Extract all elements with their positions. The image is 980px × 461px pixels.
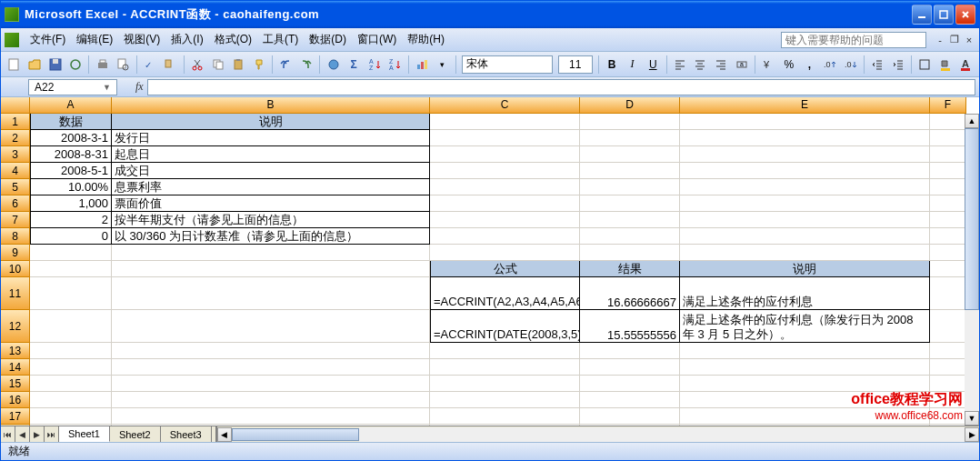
align-left-button[interactable]	[670, 55, 689, 75]
cell[interactable]	[680, 392, 930, 408]
cell[interactable]: 说明	[680, 261, 930, 277]
row-header[interactable]: 13	[1, 343, 30, 359]
tab-nav-next-button[interactable]: ▶	[30, 426, 45, 442]
cell[interactable]: 10.00%	[30, 179, 112, 195]
cell[interactable]: 结果	[580, 261, 680, 277]
fx-icon[interactable]: fx	[135, 80, 144, 94]
permission-button[interactable]	[66, 55, 85, 75]
row-header[interactable]: 3	[1, 146, 30, 163]
bold-button[interactable]: B	[603, 55, 622, 75]
menu-help[interactable]: 帮助(H)	[402, 29, 450, 50]
save-button[interactable]	[45, 55, 65, 75]
cell[interactable]	[680, 228, 930, 245]
cell[interactable]: 票面价值	[112, 195, 430, 212]
font-color-button[interactable]: A	[956, 55, 975, 75]
formula-bar[interactable]	[147, 79, 975, 95]
font-size-selector[interactable]	[558, 55, 593, 74]
cell[interactable]	[430, 392, 580, 408]
cell[interactable]: 1,000	[30, 195, 112, 212]
cell[interactable]	[930, 359, 966, 376]
decrease-indent-button[interactable]	[868, 55, 887, 75]
cell[interactable]	[30, 376, 112, 392]
menu-data[interactable]: 数据(D)	[304, 29, 352, 50]
cell[interactable]: 按半年期支付（请参见上面的信息）	[112, 212, 430, 228]
cell[interactable]	[430, 130, 580, 146]
cell[interactable]	[930, 195, 966, 212]
col-header-b[interactable]: B	[112, 97, 430, 114]
cell[interactable]	[112, 408, 430, 425]
cell[interactable]	[30, 359, 112, 376]
row-header[interactable]: 9	[1, 245, 30, 261]
cut-button[interactable]	[188, 55, 207, 75]
cell[interactable]	[30, 425, 112, 426]
cell[interactable]	[580, 343, 680, 359]
cell[interactable]	[30, 310, 112, 343]
doc-minimize-button[interactable]: -	[934, 34, 946, 46]
vertical-scrollbar[interactable]: ▲ ▼	[965, 114, 979, 426]
vscroll-track[interactable]	[965, 310, 979, 411]
percent-button[interactable]: %	[779, 55, 798, 75]
cell[interactable]: 16.66666667	[580, 277, 680, 310]
minimize-button[interactable]	[912, 5, 932, 25]
col-header-a[interactable]: A	[30, 97, 112, 114]
cell[interactable]	[680, 245, 930, 261]
doc-close-button[interactable]: ×	[963, 34, 975, 46]
row-header[interactable]: 15	[1, 376, 30, 392]
cell[interactable]	[680, 359, 930, 376]
cell[interactable]: 满足上述条件的应付利息（除发行日为 2008 年 3 月 5 日之外）。	[680, 310, 930, 343]
align-center-button[interactable]	[691, 55, 710, 75]
scroll-up-button[interactable]: ▲	[965, 114, 979, 128]
cell[interactable]	[930, 245, 966, 261]
cell[interactable]	[112, 376, 430, 392]
spelling-button[interactable]: ✓	[141, 55, 160, 75]
row-header[interactable]: 10	[1, 261, 30, 277]
cell[interactable]: 说明	[112, 114, 430, 130]
hyperlink-button[interactable]	[324, 55, 343, 75]
cell[interactable]	[430, 179, 580, 195]
cell[interactable]: 2	[30, 212, 112, 228]
horizontal-scrollbar[interactable]: ◀ ▶	[215, 426, 979, 442]
new-button[interactable]	[5, 55, 24, 75]
row-header[interactable]: 2	[1, 130, 30, 146]
cell[interactable]	[112, 392, 430, 408]
name-box[interactable]: A22 ▼	[28, 79, 117, 95]
col-header-d[interactable]: D	[580, 97, 680, 114]
tab-nav-first-button[interactable]: ⏮	[1, 426, 15, 442]
row-header[interactable]: 7	[1, 212, 30, 228]
row-header[interactable]: 11	[1, 277, 30, 310]
decrease-decimal-button[interactable]: .0	[841, 55, 860, 75]
cell[interactable]	[930, 343, 966, 359]
cell[interactable]	[112, 343, 430, 359]
align-right-button[interactable]	[712, 55, 731, 75]
cell[interactable]	[30, 408, 112, 425]
cell[interactable]	[680, 146, 930, 163]
col-header-e[interactable]: E	[680, 97, 930, 114]
cell[interactable]	[30, 277, 112, 310]
scroll-right-button[interactable]: ▶	[965, 427, 979, 442]
cell[interactable]	[430, 343, 580, 359]
font-selector[interactable]	[462, 55, 553, 74]
row-header[interactable]: 4	[1, 163, 30, 179]
doc-restore-button[interactable]: ❐	[948, 34, 961, 46]
cell[interactable]	[680, 376, 930, 392]
cell[interactable]	[580, 195, 680, 212]
cell[interactable]	[680, 343, 930, 359]
sort-asc-button[interactable]: AZ	[365, 55, 384, 75]
cell[interactable]	[430, 376, 580, 392]
help-search-input[interactable]	[781, 32, 926, 48]
row-header[interactable]: 5	[1, 179, 30, 195]
italic-button[interactable]: I	[623, 55, 642, 75]
tab-nav-prev-button[interactable]: ◀	[15, 426, 30, 442]
research-button[interactable]	[161, 55, 180, 75]
maximize-button[interactable]	[934, 5, 954, 25]
cell[interactable]	[580, 245, 680, 261]
cell[interactable]: 数据	[30, 114, 112, 130]
cell[interactable]: 2008-5-1	[30, 163, 112, 179]
cell[interactable]	[112, 425, 430, 426]
menu-view[interactable]: 视图(V)	[118, 29, 165, 50]
cell[interactable]: 满足上述条件的应付利息	[680, 277, 930, 310]
menu-edit[interactable]: 编辑(E)	[71, 29, 118, 50]
increase-decimal-button[interactable]: .0	[821, 55, 840, 75]
cell[interactable]	[930, 277, 966, 310]
cell[interactable]	[930, 114, 966, 130]
